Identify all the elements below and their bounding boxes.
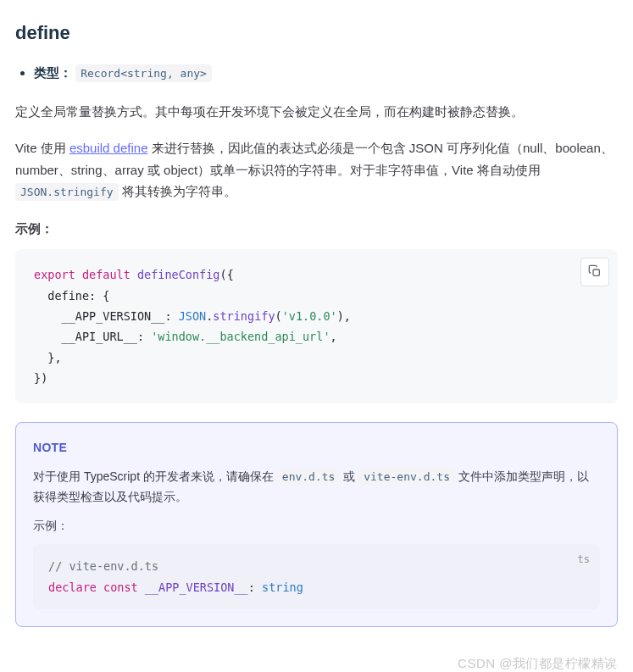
code-line-6: }) — [34, 368, 599, 388]
meta-list: 类型： Record<string, any> — [15, 62, 618, 84]
note-paragraph: 对于使用 TypeScript 的开发者来说，请确保在 env.d.ts 或 v… — [33, 467, 600, 508]
paragraph-2-suffix: 将其转换为字符串。 — [119, 184, 236, 198]
paragraph-2-prefix: Vite 使用 — [15, 141, 69, 155]
note-code-line-2: declare const __APP_VERSION__: string — [48, 577, 585, 597]
note-title: NOTE — [33, 438, 600, 458]
lang-badge: ts — [578, 551, 590, 569]
svg-rect-0 — [593, 269, 599, 275]
copy-icon — [588, 264, 602, 280]
code-line-2: define: { — [34, 286, 599, 306]
paragraph-1: 定义全局常量替换方式。其中每项在开发环境下会被定义在全局，而在构建时被静态替换。 — [15, 101, 618, 123]
note-code-line-1: // vite-env.d.ts — [48, 556, 585, 576]
vite-env-dts-code: vite-env.d.ts — [358, 468, 455, 486]
env-dts-code: env.d.ts — [277, 468, 341, 486]
esbuild-define-link[interactable]: esbuild define — [69, 141, 148, 155]
meta-type-item: 类型： Record<string, any> — [34, 62, 618, 84]
watermark: CSDN @我们都是柠檬精诶 — [15, 653, 618, 672]
example-codeblock: export default defineConfig({ define: { … — [15, 249, 618, 403]
code-line-5: }, — [34, 347, 599, 368]
code-line-4: __API_URL__: 'window.__backend_api_url', — [34, 326, 599, 347]
section-title: define — [15, 17, 618, 48]
paragraph-2: Vite 使用 esbuild define 来进行替换，因此值的表达式必须是一… — [15, 137, 618, 203]
code-line-3: __APP_VERSION__: JSON.stringify('v1.0.0'… — [34, 306, 599, 326]
meta-type-value: Record<string, any> — [75, 64, 212, 82]
json-stringify-code: JSON.stringify — [15, 183, 119, 201]
copy-button[interactable] — [580, 258, 609, 286]
note-codeblock: ts // vite-env.d.ts declare const __APP_… — [33, 544, 600, 609]
meta-type-label: 类型： — [34, 65, 72, 80]
code-line-1: export default defineConfig({ — [34, 264, 599, 285]
example-label: 示例： — [15, 218, 618, 240]
note-example-label: 示例： — [33, 516, 600, 536]
note-p-mid: 或 — [340, 469, 358, 483]
note-callout: NOTE 对于使用 TypeScript 的开发者来说，请确保在 env.d.t… — [15, 422, 618, 627]
note-p-prefix: 对于使用 TypeScript 的开发者来说，请确保在 — [33, 469, 277, 483]
